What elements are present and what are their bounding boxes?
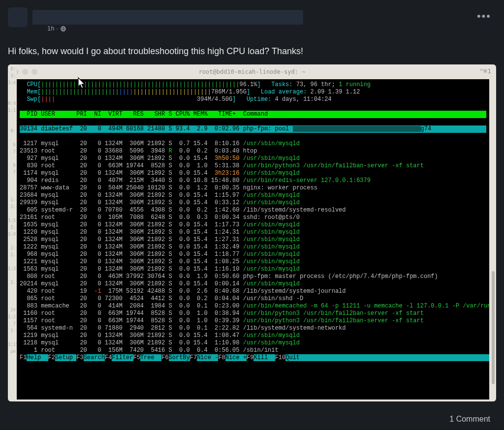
post-meta: 1h · [47,25,66,32]
comments-link[interactable]: 1 Comment [449,415,490,424]
post-container: ••• 1h · Hi folks, how would I go about … [0,0,504,401]
terminal-titlebar: root@bdd10-micah-linode-syd: ~ ⌃⌘1 [8,64,496,79]
post-footer: 1 Comment [0,408,504,430]
post-header: ••• [8,5,496,30]
avatar[interactable] [8,7,28,27]
terminal-shortcut-hint: ⌃⌘1 [480,67,491,75]
terminal-title: root@bdd10-micah-linode-syd: ~ [8,68,496,75]
more-options-button[interactable]: ••• [477,10,491,23]
terminal-screenshot: root@bdd10-micah-linode-syd: ~ ⌃⌘1 8:3:3… [8,64,496,401]
cropped-left-edge: 8:3:3:4 8:41:1 9: 67 87 1:2: 1:52:3:9 2:… [8,64,17,390]
scrollbar-gutter [489,79,496,390]
htop-output: CPU[||||||||||||||||||||||||||||||||||||… [17,79,489,399]
scrollbar-thumb[interactable] [492,271,495,384]
post-timestamp[interactable]: 1h [47,25,54,32]
post-text: Hi folks, how would I go about troublesh… [8,44,496,62]
globe-icon [60,25,66,32]
author-name-redacted [32,10,303,25]
